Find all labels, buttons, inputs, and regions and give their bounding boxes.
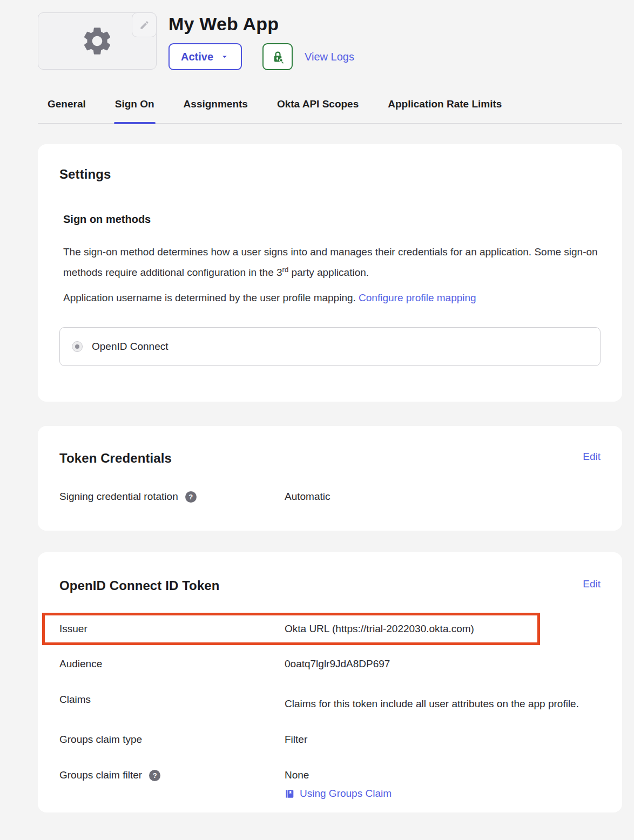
lock-key-icon: [271, 50, 285, 64]
audience-value: 0oatq7lglr9JdA8DP697: [285, 658, 601, 670]
active-tab-underline: [114, 122, 156, 124]
signing-credential-rotation-row: Signing credential rotation ? Automatic: [59, 491, 601, 503]
groups-claim-filter-value: None: [285, 769, 601, 781]
groups-claim-type-label: Groups claim type: [59, 734, 142, 746]
oidc-id-token-card: OpenID Connect ID Token Edit Issuer Okta…: [38, 552, 622, 812]
openid-connect-radio[interactable]: [72, 341, 83, 352]
edit-logo-button[interactable]: [132, 12, 157, 37]
page-title: My Web App: [168, 13, 354, 35]
sso-lock-button[interactable]: [262, 43, 293, 70]
groups-claim-filter-row: Groups claim filter ? None Using Groups …: [59, 769, 601, 800]
book-icon: [285, 789, 295, 799]
claims-row: Claims Claims for this token include all…: [59, 694, 601, 714]
view-logs-link[interactable]: View Logs: [305, 51, 354, 63]
status-dropdown-button[interactable]: Active: [168, 43, 242, 70]
sign-on-methods-description: The sign-on method determines how a user…: [63, 243, 601, 281]
pencil-icon: [139, 20, 150, 30]
issuer-row-annotation-box: Issuer Okta URL (https://trial-2022030.o…: [42, 613, 540, 645]
issuer-value: Okta URL (https://trial-2022030.okta.com…: [285, 623, 537, 635]
tab-assignments[interactable]: Assignments: [184, 98, 248, 123]
groups-claim-type-row: Groups claim type Filter: [59, 734, 601, 746]
status-label: Active: [181, 51, 213, 63]
audience-label: Audience: [59, 658, 102, 670]
issuer-row: Issuer Okta URL (https://trial-2022030.o…: [59, 623, 537, 635]
token-credentials-edit-link[interactable]: Edit: [583, 451, 601, 463]
chevron-down-icon: [220, 52, 230, 62]
tab-bar: General Sign On Assignments Okta API Sco…: [38, 98, 622, 124]
token-credentials-title: Token Credentials: [59, 451, 172, 466]
header-main: My Web App Active: [168, 12, 354, 70]
tab-okta-api-scopes[interactable]: Okta API Scopes: [277, 98, 359, 123]
signing-credential-rotation-label: Signing credential rotation: [59, 491, 178, 503]
issuer-label: Issuer: [59, 623, 87, 635]
settings-card: Settings Sign on methods The sign-on met…: [38, 144, 622, 402]
header-actions: Active View Logs: [168, 43, 354, 70]
claims-label: Claims: [59, 694, 91, 706]
tab-application-rate-limits[interactable]: Application Rate Limits: [388, 98, 502, 123]
tab-general[interactable]: General: [48, 98, 86, 123]
signing-credential-rotation-value: Automatic: [285, 491, 601, 503]
app-logo-tile: [38, 12, 157, 70]
oidc-id-token-title: OpenID Connect ID Token: [59, 578, 220, 593]
using-groups-claim-link[interactable]: Using Groups Claim: [285, 788, 601, 800]
groups-claim-filter-label: Groups claim filter: [59, 769, 142, 781]
sign-on-methods-title: Sign on methods: [63, 213, 601, 226]
sign-on-method-option: OpenID Connect: [59, 327, 601, 366]
using-groups-claim-label: Using Groups Claim: [300, 788, 392, 800]
gear-icon: [80, 24, 114, 58]
audience-row: Audience 0oatq7lglr9JdA8DP697: [59, 658, 601, 670]
token-credentials-card: Token Credentials Edit Signing credentia…: [38, 426, 622, 531]
settings-card-title: Settings: [59, 167, 601, 182]
app-header: My Web App Active: [38, 12, 634, 70]
claims-value: Claims for this token include all user a…: [285, 694, 601, 714]
tab-sign-on[interactable]: Sign On: [115, 98, 154, 123]
openid-connect-label: OpenID Connect: [92, 341, 168, 353]
username-mapping-description: Application username is determined by th…: [63, 289, 601, 307]
oidc-id-token-edit-link[interactable]: Edit: [583, 578, 601, 590]
configure-profile-mapping-link[interactable]: Configure profile mapping: [359, 292, 476, 303]
groups-claim-type-value: Filter: [285, 734, 601, 746]
question-mark-icon[interactable]: ?: [185, 491, 197, 503]
question-mark-icon[interactable]: ?: [149, 770, 160, 781]
